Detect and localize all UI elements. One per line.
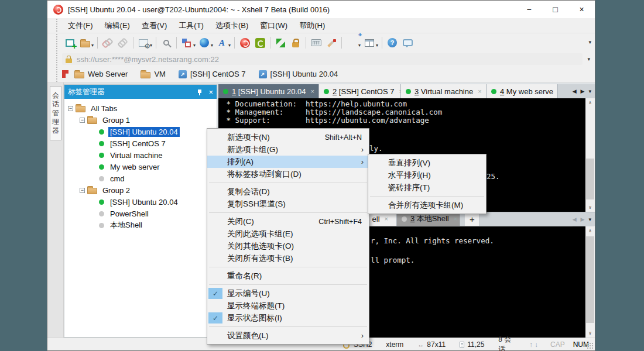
menu-item-arrange[interactable]: 排列(A)› [207,156,369,168]
scroll-up-icon[interactable]: ∧ [585,98,595,107]
bookmark-vm[interactable]: VM [141,70,166,78]
menu-item-arrange-tile[interactable]: 瓷砖排序(T) [368,181,486,194]
menu-item-edit[interactable]: 编辑(E) [99,18,136,33]
scrollbar-track[interactable] [585,107,595,203]
new-terminal-button[interactable] [62,35,77,50]
tree-item-all-tabs[interactable]: −All Tabs [64,102,217,114]
font-button[interactable]: A [214,35,229,50]
collapse-icon[interactable]: − [80,118,85,123]
arrange-button[interactable] [179,35,194,50]
tab-scroll-right-icon[interactable]: ▶ [581,88,585,94]
scrollbar-track[interactable] [585,235,595,329]
tab-scroll-right-icon[interactable]: ▶ [581,216,585,222]
reconnect-button[interactable] [115,35,131,50]
menu-item-new-tab-group[interactable]: 新选项卡组(G)› [207,143,369,156]
tree-item-local-shell[interactable]: 本地Shell [64,219,217,231]
tab-list-caret-icon[interactable]: ▾ [588,216,591,222]
highlight-button[interactable] [324,35,339,50]
toolbar-overflow-caret-icon[interactable]: ▾ [588,39,591,45]
toolbar-grip[interactable] [56,33,59,52]
bookmarkbar-grip[interactable] [56,66,59,82]
tree-item-powershell[interactable]: PowerShell [64,208,217,219]
menu-item-arrange-horizontal[interactable]: 水平排列(H) [368,169,486,181]
menu-item-duplicate-ssh-channel[interactable]: 复制SSH渠道(S) [207,198,369,210]
tab-2-inactive[interactable]: 2 [SSH] CentOS 7× [319,84,401,98]
minimize-button[interactable]: − [516,1,542,18]
session-properties-button[interactable] [136,35,151,50]
menu-item-file[interactable]: 文件(F) [62,18,99,33]
open-folder-button[interactable] [77,35,93,50]
collapse-icon[interactable]: − [80,188,85,193]
collapse-icon[interactable]: − [68,106,73,111]
scrollbar-thumb[interactable] [586,236,594,323]
session-manager-vertical-tab[interactable]: 会 话 管 理 器 [50,86,61,140]
menu-item-show-terminal-title[interactable]: 显示终端标题(T) [207,300,369,312]
lock-screen-button[interactable] [288,35,303,50]
tab-close-icon[interactable]: × [385,215,388,222]
menu-item-duplicate-session[interactable]: 复制会话(D) [207,185,369,198]
menu-item-arrange-vertical[interactable]: 垂直排列(V) [368,157,486,169]
addressbar-grip[interactable] [56,52,59,66]
disconnect-button[interactable] [100,35,115,50]
menu-item-rename[interactable]: 重命名(R) [207,270,369,282]
terminal-scrollbar[interactable]: ∧ ∨ [585,226,595,338]
tree-item-ubuntu-1[interactable]: [SSH] Ubuntu 20.04 [64,126,217,137]
menu-item-show-number[interactable]: ✓显示编号(U) [207,287,369,300]
tree-item-virtual-machine[interactable]: Virtual machine [64,149,217,161]
tab-3-inactive[interactable]: 3 Virtual machine× [401,84,487,98]
menu-item-move-tab-to-window[interactable]: 将标签移动到窗口(D) [207,168,369,180]
bookmarks-flag-icon[interactable] [62,70,68,78]
address-input[interactable]: ssh://user:****@mysvr2.netsarang.com:22 [62,53,583,65]
pin-icon[interactable] [197,88,203,96]
menu-item-tab[interactable]: 选项卡(B) [210,18,254,33]
feedback-button[interactable] [400,35,415,50]
menu-item-show-status-icon[interactable]: ✓显示状态图标(I) [207,312,369,324]
scroll-arrows-icon[interactable]: ↑↓ [529,340,540,349]
bookmark-web-server[interactable]: Web Server [74,70,128,78]
xshell-button[interactable] [237,35,252,50]
resize-grip[interactable] [587,342,594,349]
fullscreen-button[interactable] [273,35,288,50]
terminal-scrollbar[interactable]: ∧ ∨ [585,98,595,212]
tab-close-icon[interactable]: × [478,88,481,95]
layout-button[interactable] [362,35,377,50]
menubar-grip[interactable] [56,18,59,33]
virtual-keyboard-button[interactable] [309,35,324,50]
menu-item-new-tab[interactable]: 新选项卡(N)Shift+Alt+N [207,131,369,143]
new-folder-button[interactable] [344,35,359,50]
titlebar[interactable]: [SSH] Ubuntu 20.04 - user@T202-Ubuntu200… [47,1,595,18]
menu-item-close-all-tabs[interactable]: 关闭所有选项卡(B) [207,252,369,264]
close-button[interactable]: × [568,1,595,18]
tree-item-my-web-server[interactable]: My web server [64,161,217,173]
maximize-button[interactable]: □ [542,1,568,18]
menu-item-set-color[interactable]: 设置颜色(L)› [207,329,369,342]
menu-item-window[interactable]: 窗口(W) [254,18,293,33]
menu-item-close-tab-group[interactable]: 关闭此选项卡组(E) [207,228,369,240]
menu-item-help[interactable]: 帮助(H) [293,18,331,33]
tree-item-cmd[interactable]: cmd [64,173,217,184]
menu-item-view[interactable]: 查看(V) [136,18,173,33]
scrollbar-thumb[interactable] [586,159,594,199]
scroll-down-icon[interactable]: ∨ [585,203,595,212]
menu-item-close-other-tabs[interactable]: 关闭其他选项卡(O) [207,240,369,252]
tree-item-group-1[interactable]: −Group 1 [64,114,217,126]
xftp-button[interactable] [252,35,268,50]
help-button[interactable]: ? [385,35,400,50]
bookmark-centos[interactable]: ↗[SSH] CentOS 7 [179,70,246,78]
find-button[interactable] [159,35,174,50]
tree-item-ubuntu-2[interactable]: [SSH] Ubuntu 20.04 [64,196,217,208]
tab-scroll-left-icon[interactable]: ◀ [573,216,577,222]
menu-item-tools[interactable]: 工具(T) [173,18,210,33]
bookmark-ubuntu[interactable]: ↗[SSH] Ubuntu 20.04 [259,70,338,78]
menu-item-merge-all-tab-groups[interactable]: 合并所有选项卡组(M) [368,199,486,211]
tab-list-caret-icon[interactable]: ▾ [588,88,591,94]
menu-item-close[interactable]: 关闭(C)Ctrl+Shift+F4 [207,215,369,228]
address-dropdown-caret-icon[interactable]: ▾ [583,56,595,62]
tab-4-inactive[interactable]: 4 My web serve× [487,84,558,98]
encoding-globe-button[interactable] [197,35,212,50]
tree-item-group-2[interactable]: −Group 2 [64,184,217,196]
tab-scroll-left-icon[interactable]: ◀ [573,88,577,94]
scroll-up-icon[interactable]: ∧ [585,226,595,235]
panel-close-icon[interactable]: × [208,88,213,97]
tab-1-active[interactable]: 1 [SSH] Ubuntu 20.04× [218,84,319,98]
